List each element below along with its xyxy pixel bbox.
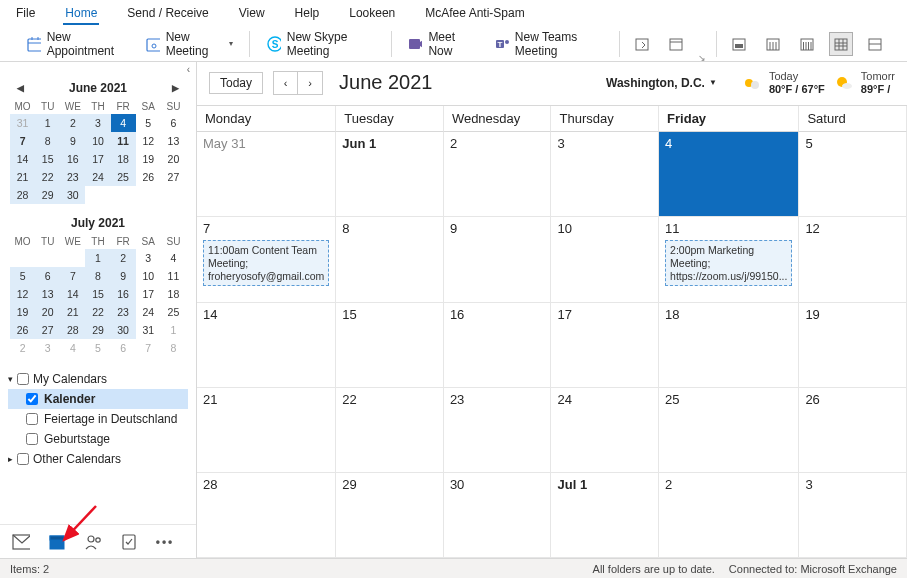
menu-tab-mcafee-anti-spam[interactable]: McAfee Anti-Spam [423,4,526,25]
day-cell[interactable]: 17 [551,303,659,388]
day-cell[interactable]: 2 [659,473,799,558]
location-picker[interactable]: Washington, D.C. ▼ [606,76,717,90]
calendar-item[interactable]: Geburtstage [8,429,188,449]
mini-cal-day[interactable]: 28 [10,186,35,204]
mini-cal-day[interactable]: 27 [161,168,186,186]
menu-tab-home[interactable]: Home [63,4,99,25]
mini-cal-day[interactable]: 19 [136,150,161,168]
month-grid[interactable]: MondayTuesdayWednesdayThursdayFridaySatu… [197,105,907,558]
day-cell[interactable]: 16 [444,303,552,388]
mini-cal-day[interactable]: 5 [136,114,161,132]
people-nav-icon[interactable] [84,533,102,551]
calendar-nav-icon[interactable] [48,533,66,551]
new-skype-meeting-button[interactable]: S New Skype Meeting [260,26,381,62]
tasks-nav-icon[interactable] [120,533,138,551]
mini-cal-day[interactable]: 17 [136,285,161,303]
mini-cal-day[interactable]: 4 [60,339,85,357]
arrange-next7-button[interactable] [630,32,654,56]
calendar-event[interactable]: 11:00am Content Team Meeting; froheryoso… [203,240,329,286]
day-cell[interactable]: 26 [799,388,907,473]
mini-cal-day[interactable]: 9 [111,267,136,285]
mini-cal-day[interactable]: 1 [161,321,186,339]
mini-cal-day[interactable]: 20 [161,150,186,168]
mini-cal-day[interactable]: 8 [85,267,110,285]
calendar-item[interactable]: Kalender [8,389,188,409]
mini-cal-day[interactable]: 6 [111,339,136,357]
mini-cal-day[interactable]: 6 [161,114,186,132]
prev-icon[interactable]: ◀ [14,83,26,93]
mini-cal-day[interactable]: 13 [35,285,60,303]
view-schedule-button[interactable] [863,32,887,56]
calendar-checkbox[interactable] [26,433,38,445]
mini-cal-day[interactable]: 29 [35,186,60,204]
mini-cal-day[interactable] [60,249,85,267]
mini-cal-day[interactable]: 6 [35,267,60,285]
menu-tab-help[interactable]: Help [293,4,322,25]
day-cell[interactable]: May 31 [197,132,336,217]
mini-cal-day[interactable] [85,186,110,204]
menu-tab-view[interactable]: View [237,4,267,25]
mini-cal-day[interactable]: 16 [111,285,136,303]
mini-cal-day[interactable]: 4 [111,114,136,132]
view-week-button[interactable] [795,32,819,56]
menu-tab-send-receive[interactable]: Send / Receive [125,4,210,25]
mini-cal-day[interactable]: 7 [10,132,35,150]
day-cell[interactable]: 3 [551,132,659,217]
today-button[interactable]: Today [209,72,263,94]
mini-cal-day[interactable] [10,249,35,267]
day-cell[interactable]: 112:00pm Marketing Meeting; https://zoom… [659,217,799,302]
day-cell[interactable]: 15 [336,303,444,388]
mini-calendar-june[interactable]: ◀June 2021▶MOTUWETHFRSASU311234567891011… [0,75,196,210]
mini-cal-day[interactable]: 18 [161,285,186,303]
day-cell[interactable]: Jul 1 [551,473,659,558]
day-cell[interactable]: 8 [336,217,444,302]
calendar-checkbox[interactable] [26,413,38,425]
calendar-group-header[interactable]: ▾ My Calendars [8,369,188,389]
day-cell[interactable]: 12 [799,217,907,302]
calendar-event[interactable]: 2:00pm Marketing Meeting; https://zoom.u… [665,240,792,286]
mini-cal-day[interactable]: 11 [161,267,186,285]
mini-cal-day[interactable]: 17 [85,150,110,168]
mini-cal-day[interactable]: 11 [111,132,136,150]
mini-cal-day[interactable]: 2 [111,249,136,267]
mini-cal-day[interactable]: 3 [136,249,161,267]
mini-cal-day[interactable]: 22 [35,168,60,186]
mini-cal-day[interactable]: 3 [35,339,60,357]
mini-cal-day[interactable]: 7 [136,339,161,357]
mini-cal-day[interactable]: 2 [60,114,85,132]
mini-cal-day[interactable]: 27 [35,321,60,339]
mini-cal-day[interactable]: 15 [35,150,60,168]
mini-cal-day[interactable]: 31 [10,114,35,132]
next-icon[interactable]: ▶ [170,83,182,93]
day-cell[interactable]: 29 [336,473,444,558]
mail-nav-icon[interactable] [12,533,30,551]
mini-cal-day[interactable]: 5 [10,267,35,285]
mini-cal-day[interactable]: 23 [60,168,85,186]
mini-cal-day[interactable] [111,186,136,204]
group-checkbox[interactable] [17,453,29,465]
view-month-button[interactable] [829,32,853,56]
mini-cal-day[interactable]: 4 [161,249,186,267]
day-cell[interactable]: 9 [444,217,552,302]
next-month-button[interactable]: › [298,72,322,94]
mini-cal-day[interactable]: 8 [35,132,60,150]
day-cell[interactable]: 5 [799,132,907,217]
mini-cal-day[interactable]: 22 [85,303,110,321]
day-cell[interactable]: 23 [444,388,552,473]
group-checkbox[interactable] [17,373,29,385]
mini-cal-day[interactable]: 30 [60,186,85,204]
day-cell[interactable]: 21 [197,388,336,473]
menu-tab-lookeen[interactable]: Lookeen [347,4,397,25]
day-cell[interactable]: 711:00am Content Team Meeting; froheryos… [197,217,336,302]
calendar-group-header[interactable]: ▸ Other Calendars [8,449,188,469]
calendar-item[interactable]: Feiertage in Deutschland [8,409,188,429]
day-cell[interactable]: 22 [336,388,444,473]
prev-month-button[interactable]: ‹ [274,72,298,94]
day-cell[interactable]: 24 [551,388,659,473]
mini-cal-day[interactable]: 26 [10,321,35,339]
mini-cal-day[interactable]: 1 [85,249,110,267]
mini-cal-day[interactable] [136,186,161,204]
mini-cal-day[interactable]: 16 [60,150,85,168]
mini-cal-day[interactable]: 14 [60,285,85,303]
day-cell[interactable]: 25 [659,388,799,473]
